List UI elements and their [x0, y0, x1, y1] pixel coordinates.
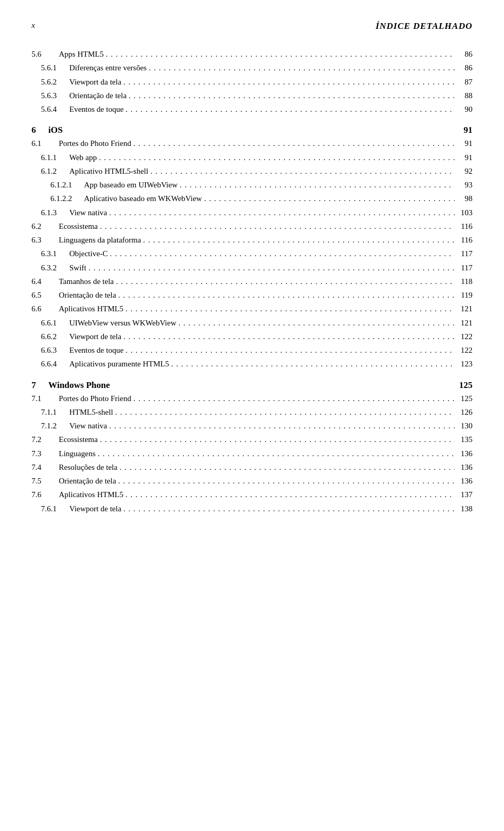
chapter-page: 125: [457, 380, 472, 391]
toc-dots: . . . . . . . . . . . . . . . . . . . . …: [99, 152, 455, 164]
toc-page: 123: [457, 358, 472, 370]
toc-label: Apps HTML5: [59, 48, 103, 60]
toc-number: 7.6: [32, 489, 59, 501]
toc-row: 6.6Aplicativos HTML5 . . . . . . . . . .…: [32, 303, 472, 315]
toc-label: View nativa: [69, 420, 107, 432]
toc-dots: . . . . . . . . . . . . . . . . . . . . …: [143, 234, 455, 246]
toc-number: 6.6.1: [32, 317, 69, 329]
toc-page: 116: [457, 234, 472, 246]
toc-label: Diferenças entre versões: [69, 62, 146, 74]
toc-number: 7.1.1: [32, 406, 69, 418]
toc-dots: . . . . . . . . . . . . . . . . . . . . …: [100, 434, 455, 446]
toc-number: 7.2: [32, 434, 59, 446]
toc-page: 116: [457, 220, 472, 233]
chapter-number: 7: [32, 380, 48, 391]
toc-page: 125: [457, 393, 472, 405]
toc-row: 5.6.2Viewport da tela . . . . . . . . . …: [32, 76, 472, 88]
toc-page: 91: [457, 138, 472, 150]
toc-page: 98: [457, 193, 472, 205]
toc-label: Linguagens da plataforma: [59, 234, 141, 246]
toc-number: 6.3: [32, 234, 59, 246]
toc-row: 7.5Orientação de tela . . . . . . . . . …: [32, 475, 472, 487]
toc-page: 91: [457, 152, 472, 164]
toc-number: 6.3.1: [32, 248, 69, 260]
toc-dots: . . . . . . . . . . . . . . . . . . . . …: [178, 317, 455, 329]
toc-label: Orientação de tela: [59, 289, 116, 301]
toc-row: 6.6.2Viewport de tela . . . . . . . . . …: [32, 331, 472, 343]
toc-page: 86: [457, 48, 472, 60]
toc-dots: . . . . . . . . . . . . . . . . . . . . …: [89, 262, 455, 274]
toc-dots: . . . . . . . . . . . . . . . . . . . . …: [133, 138, 455, 150]
toc-label: Web app: [69, 152, 97, 164]
toc-page: 92: [457, 165, 472, 177]
toc-number: 6.6.2: [32, 331, 69, 343]
toc-dots: . . . . . . . . . . . . . . . . . . . . …: [171, 358, 455, 370]
toc-row: 6.1.2.2Aplicativo baseado em WKWebView .…: [32, 193, 472, 205]
toc-label: Objective-C: [69, 248, 108, 260]
toc-row: 6.3Linguagens da plataforma . . . . . . …: [32, 234, 472, 246]
toc-label: Viewport da tela: [69, 76, 121, 88]
toc-number: 7.5: [32, 475, 59, 487]
toc-dots: . . . . . . . . . . . . . . . . . . . . …: [149, 62, 455, 74]
toc-dots: . . . . . . . . . . . . . . . . . . . . …: [118, 289, 455, 301]
toc-row: 6.6.4Aplicativos puramente HTML5 . . . .…: [32, 358, 472, 370]
toc-page: 119: [457, 289, 472, 301]
toc-row: 6.5Orientação de tela . . . . . . . . . …: [32, 289, 472, 301]
toc-dots: . . . . . . . . . . . . . . . . . . . . …: [180, 179, 455, 191]
toc-number: 5.6.3: [32, 90, 69, 102]
toc-page: 126: [457, 406, 472, 418]
toc-row: 6.6.1UIWebView versus WKWebView . . . . …: [32, 317, 472, 329]
toc-dots: . . . . . . . . . . . . . . . . . . . . …: [150, 165, 455, 177]
toc-number: 6.1: [32, 138, 59, 150]
toc-number: 6.1.2.2: [32, 193, 84, 205]
toc-number: 6.1.2: [32, 165, 69, 177]
toc-number: 5.6.1: [32, 62, 69, 74]
toc-dots: . . . . . . . . . . . . . . . . . . . . …: [115, 406, 455, 418]
toc-page: 88: [457, 90, 472, 102]
toc-page: 117: [457, 262, 472, 274]
toc-label: Resoluções de tela: [59, 461, 118, 474]
chapter-label: iOS: [48, 125, 457, 135]
toc-page: 136: [457, 461, 472, 474]
toc-page: 117: [457, 248, 472, 260]
toc-row: 7.2Ecossistema . . . . . . . . . . . . .…: [32, 434, 472, 446]
toc-row: 6.1.2.1App baseado em UIWebView . . . . …: [32, 179, 472, 191]
toc-dots: . . . . . . . . . . . . . . . . . . . . …: [204, 193, 455, 205]
toc-number: 5.6: [32, 48, 59, 60]
toc-number: 6.1.2.1: [32, 179, 84, 191]
toc-row: 7.1.2View nativa . . . . . . . . . . . .…: [32, 420, 472, 432]
toc-label: Aplicativos HTML5: [59, 303, 123, 315]
toc-row: 6.1.3View nativa . . . . . . . . . . . .…: [32, 207, 472, 219]
toc-dots: . . . . . . . . . . . . . . . . . . . . …: [110, 248, 455, 260]
page-x-label: x: [32, 21, 35, 30]
toc-container: 5.6Apps HTML5 . . . . . . . . . . . . . …: [32, 48, 472, 515]
toc-number: 6.6.4: [32, 358, 69, 370]
toc-row: 7.3Linguagens . . . . . . . . . . . . . …: [32, 448, 472, 460]
toc-label: Ecossistema: [59, 434, 98, 446]
toc-row: 5.6Apps HTML5 . . . . . . . . . . . . . …: [32, 48, 472, 60]
toc-row: 7.1Portes do Photo Friend . . . . . . . …: [32, 393, 472, 405]
toc-number: 6.5: [32, 289, 59, 301]
toc-row: 5.6.3Orientação de tela . . . . . . . . …: [32, 90, 472, 102]
toc-row: 6iOS91: [32, 125, 472, 135]
toc-dots: . . . . . . . . . . . . . . . . . . . . …: [109, 420, 455, 432]
toc-label: Aplicativos HTML5: [59, 489, 123, 501]
page-header: x ÍNDICE DETALHADO: [32, 21, 472, 31]
toc-label: Portes do Photo Friend: [59, 393, 131, 405]
toc-label: App baseado em UIWebView: [84, 179, 177, 191]
toc-label: Portes do Photo Friend: [59, 138, 131, 150]
toc-label: Viewport de tela: [69, 331, 121, 343]
toc-row: 7.6.1Viewport de tela . . . . . . . . . …: [32, 503, 472, 515]
toc-number: 5.6.2: [32, 76, 69, 88]
toc-dots: . . . . . . . . . . . . . . . . . . . . …: [116, 276, 455, 288]
toc-number: 5.6.4: [32, 103, 69, 115]
toc-dots: . . . . . . . . . . . . . . . . . . . . …: [123, 76, 455, 88]
toc-label: Orientação de tela: [69, 90, 127, 102]
toc-dots: . . . . . . . . . . . . . . . . . . . . …: [125, 303, 455, 315]
toc-row: 5.6.4Eventos de toque . . . . . . . . . …: [32, 103, 472, 115]
toc-page: 121: [457, 303, 472, 315]
toc-page: 118: [457, 276, 472, 288]
toc-row: 6.3.1Objective-C . . . . . . . . . . . .…: [32, 248, 472, 260]
toc-label: HTML5-shell: [69, 406, 113, 418]
toc-dots: . . . . . . . . . . . . . . . . . . . . …: [120, 461, 455, 474]
